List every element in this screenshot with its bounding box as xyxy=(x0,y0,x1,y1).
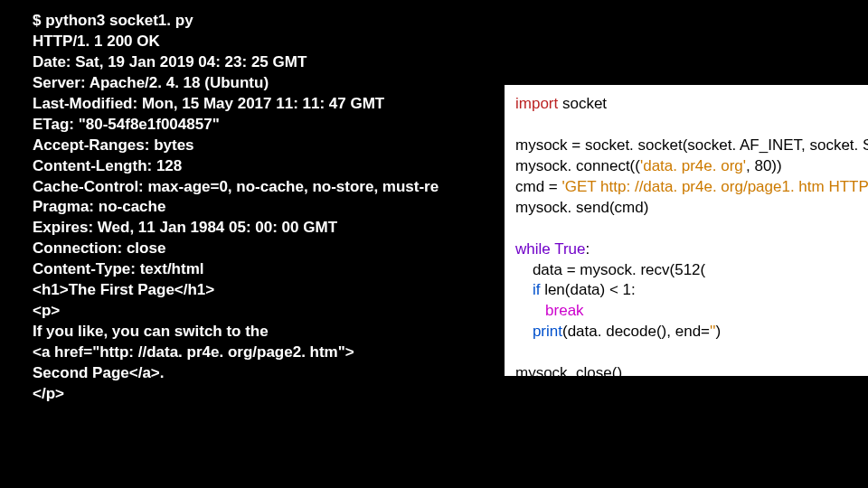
code-text: mysock. connect(( xyxy=(515,157,640,174)
string-literal: 'GET http: //data. pr4e. org/page1. htm … xyxy=(562,178,869,195)
terminal-line: Connection: close xyxy=(33,239,439,259)
kw-while: while xyxy=(515,240,554,258)
code-text: (data. decode(), end= xyxy=(562,323,710,340)
terminal-line: ETag: "80-54f8e1f004857" xyxy=(33,115,439,136)
kw-import: import xyxy=(515,95,558,112)
terminal-line: HTTP/1. 1 200 OK xyxy=(33,32,439,52)
terminal-line: $ python3 socket1. py xyxy=(33,11,439,32)
terminal-line: Expires: Wed, 11 Jan 1984 05: 00: 00 GMT xyxy=(33,218,439,239)
terminal-line: Last-Modified: Mon, 15 May 2017 11: 11: … xyxy=(33,94,439,115)
terminal-line: Pragma: no-cache xyxy=(33,197,439,218)
kw-print: print xyxy=(533,323,562,340)
kw-break: break xyxy=(545,302,584,319)
kw-true: True xyxy=(554,240,585,258)
terminal-line: Second Page</a>. xyxy=(33,363,439,384)
terminal-line: <p> xyxy=(33,301,439,322)
terminal-line: If you like, you can switch to the xyxy=(33,322,439,343)
terminal-line: Date: Sat, 19 Jan 2019 04: 23: 25 GMT xyxy=(33,52,439,73)
code-text: cmd = xyxy=(515,178,562,195)
string-literal: 'data. pr4e. org' xyxy=(640,157,746,174)
code-text: ) xyxy=(716,323,722,340)
code-text: len(data) < 1: xyxy=(540,281,635,298)
code-text: : xyxy=(585,240,590,258)
terminal-line: </p> xyxy=(33,384,439,405)
code-text: , 80)) xyxy=(746,157,782,174)
terminal-line: Content-Type: text/html xyxy=(33,259,439,280)
code-text xyxy=(515,302,545,319)
code-text xyxy=(515,281,533,298)
terminal-line: Cache-Control: max-age=0, no-cache, no-s… xyxy=(33,177,439,198)
terminal-line: Content-Length: 128 xyxy=(33,156,439,177)
code-text: socket xyxy=(558,95,607,112)
terminal-line: Accept-Ranges: bytes xyxy=(33,136,439,156)
code-text xyxy=(515,323,533,340)
code-text: mysock. send(cmd) xyxy=(515,199,648,216)
terminal-line: Server: Apache/2. 4. 18 (Ubuntu) xyxy=(33,73,439,94)
code-text: mysock = socket. socket(socket. AF_INET,… xyxy=(515,136,868,154)
code-box: import socket mysock = socket. socket(so… xyxy=(505,85,868,376)
terminal-output: $ python3 socket1. py HTTP/1. 1 200 OK D… xyxy=(33,11,439,405)
terminal-line: <a href="http: //data. pr4e. org/page2. … xyxy=(33,343,439,363)
code-text: mysock. close() xyxy=(515,364,622,376)
code-text: data = mysock. recv(512( xyxy=(515,261,705,278)
terminal-line: <h1>The First Page</h1> xyxy=(33,280,439,301)
